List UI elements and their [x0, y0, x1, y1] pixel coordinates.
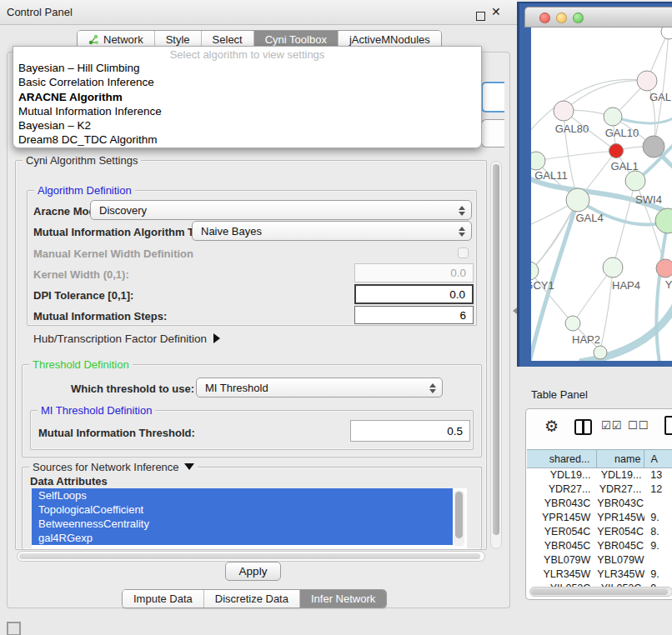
control-panel-titlebar [0, 0, 517, 25]
table-row[interactable]: YBL079WYBL079W [527, 553, 672, 568]
split-panel-icon[interactable] [574, 419, 592, 435]
dropdown-item-mutual-information[interactable]: Mutual Information Inference [13, 104, 481, 118]
table-row[interactable]: YDL19...YDL19...13 [527, 468, 672, 482]
table-panel-card: ⚙ ☑☑ ☐☐ shared... name A YDL19...YDL19..… [525, 408, 672, 600]
kernel-width-field[interactable]: 0.0 [354, 263, 474, 282]
table-row[interactable]: YPR145WYPR145W9. [527, 511, 672, 525]
network-window-titlebar[interactable] [524, 7, 672, 28]
node-label-gal10: GAL10 [605, 127, 639, 139]
close-traffic-light[interactable] [539, 12, 550, 23]
dropdown-placeholder: Select algorithm to view settings [13, 47, 481, 61]
table-row[interactable]: YBR045CYBR045C9. [527, 539, 672, 553]
manual-kernel-checkbox[interactable] [458, 248, 469, 258]
settings-group-title: Cyni Algorithm Settings [23, 154, 141, 167]
node-label-y: Y [665, 278, 672, 291]
node-gal10[interactable] [604, 108, 622, 126]
node-unlabeled-top[interactable] [661, 28, 672, 39]
attributes-vertical-scrollbar[interactable] [454, 490, 464, 547]
dpi-tolerance-field[interactable]: 0.0 [354, 284, 474, 304]
threshold-definition-title: Threshold Definition [29, 358, 133, 371]
algorithm-definition-title: Algorithm Definition [34, 184, 135, 197]
node-gal80[interactable] [554, 101, 574, 121]
mi-steps-label: Mutual Information Steps: [33, 310, 167, 322]
data-attributes-label: Data Attributes [30, 475, 108, 488]
column-header-shared[interactable]: shared... [527, 450, 597, 468]
node-table: shared... name A YDL19...YDL19...13 YDR2… [527, 449, 672, 589]
control-panel-title: Control Panel [7, 6, 73, 18]
node-gray[interactable] [643, 136, 664, 158]
node-gcy1[interactable] [531, 262, 539, 280]
table-row[interactable]: YLR345WYLR345W9. [527, 568, 672, 582]
node-hap2[interactable] [565, 316, 580, 331]
dropdown-item-basic-correlation[interactable]: Basic Correlation Inference [13, 75, 481, 89]
algorithm-dropdown-popup: Select algorithm to view settings Bayesi… [13, 46, 482, 148]
node-gal4[interactable] [566, 188, 589, 212]
mi-algorithm-type-label: Mutual Information Algorithm Type: [33, 226, 216, 238]
node-unlabeled-bottom[interactable] [594, 346, 607, 359]
list-item-betweennesscentrality[interactable]: BetweennessCentrality [32, 517, 453, 531]
dropdown-item-bayesian-k2[interactable]: Bayesian – K2 [13, 118, 481, 132]
settings-scrollbar-thumb[interactable] [493, 164, 499, 535]
tab-discretize-data[interactable]: Discretize Data [203, 590, 299, 608]
kernel-width-label: Kernel Width (0,1): [33, 268, 129, 281]
deselect-all-icon[interactable]: ☐☐ [628, 419, 649, 432]
new-document-icon[interactable] [664, 416, 672, 435]
node-label-gal4: GAL4 [575, 212, 603, 224]
column-header-partial[interactable]: A [644, 450, 672, 468]
minimize-traffic-light[interactable] [556, 12, 567, 23]
dropdown-item-bayesian-hill[interactable]: Bayesian – Hill Climbing [13, 61, 481, 75]
table-row[interactable]: YBR043CYBR043C [527, 497, 672, 511]
zoom-traffic-light[interactable] [573, 12, 584, 23]
list-item-topologicalcoefficient[interactable]: TopologicalCoefficient [32, 502, 453, 517]
node-label-hap2: HAP2 [572, 333, 600, 346]
apply-button[interactable]: Apply [225, 562, 281, 581]
data-attributes-list: SelfLoops TopologicalCoefficient Between… [32, 488, 467, 548]
mi-threshold-label: Mutual Information Threshold: [38, 427, 195, 439]
gear-icon[interactable]: ⚙ [544, 417, 559, 436]
float-panel-icon[interactable] [476, 12, 485, 21]
select-all-icon[interactable]: ☑☑ [601, 419, 622, 432]
tab-impute-data[interactable]: Impute Data [123, 590, 203, 608]
list-item-gal4rgexp[interactable]: gal4RGexp [32, 531, 453, 545]
node-label-gal80: GAL80 [555, 122, 589, 135]
collapsed-arrow-icon [213, 333, 220, 343]
sources-title[interactable]: Sources for Network Inference [29, 461, 198, 473]
close-icon[interactable]: ✕ [491, 5, 501, 18]
list-item-selfloops[interactable]: SelfLoops [32, 488, 453, 502]
node-hap4[interactable] [603, 258, 623, 278]
algorithm-combo-fragment [481, 82, 504, 112]
mi-steps-field[interactable]: 6 [354, 306, 474, 324]
node-swi4[interactable] [625, 171, 645, 191]
settings-hscroll-thumb[interactable] [19, 553, 480, 559]
aracne-mode-combo[interactable]: Discovery [90, 200, 472, 220]
manual-kernel-label: Manual Kernel Width Definition [33, 248, 193, 260]
tab-network-label: Network [103, 33, 143, 46]
node-green-large[interactable] [655, 208, 672, 233]
node-gal-partial[interactable] [637, 71, 657, 91]
restore-panel-icon[interactable] [7, 622, 21, 635]
which-threshold-combo[interactable]: MI Threshold [196, 378, 443, 398]
mi-threshold-field[interactable]: 0.5 [350, 420, 470, 442]
table-horizontal-scrollbar[interactable] [529, 587, 672, 597]
node-gal11[interactable] [531, 152, 545, 170]
node-salmon[interactable] [656, 259, 672, 278]
dropdown-item-aracne[interactable]: ARACNE Algorithm [13, 90, 481, 104]
settings-vertical-scrollbar[interactable] [490, 161, 502, 549]
network-combo-fragment [481, 119, 504, 148]
node-label-swi4: SWI4 [635, 193, 662, 206]
table-row[interactable]: YDR27...YDR27...12 [527, 482, 672, 497]
table-row[interactable]: YER054CYER054C8. [527, 525, 672, 539]
mi-algorithm-type-combo[interactable]: Naive Bayes [192, 221, 472, 241]
node-label-hap4: HAP4 [612, 279, 640, 292]
tab-infer-network[interactable]: Infer Network [299, 590, 386, 608]
dropdown-item-dream8[interactable]: Dream8 DC_TDC Algorithm [13, 132, 481, 147]
column-header-name[interactable]: name [597, 450, 644, 468]
node-label-gal11: GAL11 [534, 169, 568, 182]
table-panel-title: Table Panel [531, 388, 588, 401]
node-gal1-red[interactable] [609, 144, 624, 158]
table-rows: YDL19...YDL19...13 YDR27...YDR27...12 YB… [527, 468, 672, 589]
bottom-tabbar: Impute Data Discretize Data Infer Networ… [122, 589, 387, 608]
hub-definition-toggle[interactable]: Hub/Transcription Factor Definition [33, 332, 220, 345]
network-canvas[interactable]: GAL GAL80 GAL10 GAL1 GAL11 SWI4 GAL4 GCY… [531, 28, 672, 361]
settings-horizontal-scrollbar[interactable] [17, 551, 485, 562]
